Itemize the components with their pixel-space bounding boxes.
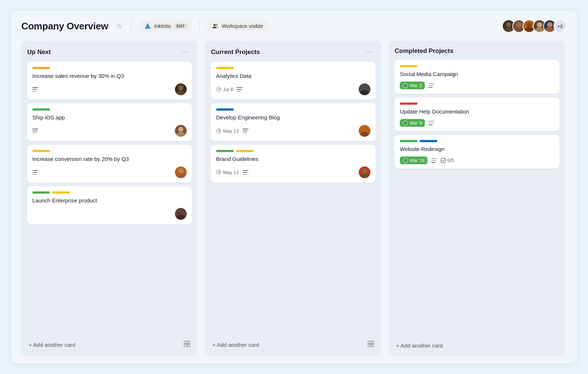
tag-blue bbox=[420, 140, 437, 142]
card-footer: Mar 2 bbox=[400, 82, 554, 89]
svg-point-6 bbox=[516, 22, 521, 27]
card-footer bbox=[32, 166, 187, 178]
card-tags bbox=[216, 67, 370, 69]
cards-list-up-next: Increase sales revenue by 30% in Q3 bbox=[27, 62, 192, 334]
add-card-completed[interactable]: + Add another card bbox=[395, 338, 559, 350]
workspace-badge[interactable]: Inktistic ENT bbox=[139, 20, 192, 32]
checkbox-icon bbox=[441, 158, 446, 163]
card-meta: Mar 9 bbox=[400, 119, 434, 127]
card-social-media[interactable]: Social Media Campaign Mar 2 bbox=[395, 60, 559, 94]
svg-rect-36 bbox=[441, 158, 445, 163]
column-current-projects: Current Projects ··· Analytics Data Jul … bbox=[205, 41, 381, 356]
svg-point-3 bbox=[216, 24, 218, 26]
date-badge-meta: Mar 9 bbox=[400, 119, 425, 127]
card-engineering-blog[interactable]: Develop Engineering Blog May 13 bbox=[211, 103, 376, 141]
card-tags bbox=[32, 150, 187, 152]
card-increase-sales[interactable]: Increase sales revenue by 30% in Q3 bbox=[27, 62, 192, 100]
card-footer bbox=[32, 125, 187, 137]
star-button[interactable]: ☆ bbox=[114, 20, 124, 32]
svg-point-21 bbox=[176, 215, 185, 220]
card-website-redesign[interactable]: Website Redesign Mar 18 bbox=[395, 135, 559, 169]
svg-rect-25 bbox=[187, 344, 190, 347]
svg-rect-23 bbox=[187, 341, 190, 344]
column-header-current: Current Projects ··· bbox=[211, 47, 376, 57]
lines-icon bbox=[431, 158, 437, 163]
svg-point-29 bbox=[360, 132, 369, 137]
visibility-label: Workspace visible bbox=[222, 23, 263, 29]
card-meta bbox=[32, 87, 38, 91]
card-tags bbox=[400, 140, 554, 142]
card-avatar bbox=[359, 83, 370, 95]
svg-point-13 bbox=[545, 27, 554, 33]
svg-point-9 bbox=[525, 27, 533, 33]
card-analytics-data[interactable]: Analytics Data Jul 8 bbox=[211, 62, 376, 100]
svg-point-4 bbox=[506, 22, 511, 27]
svg-point-16 bbox=[178, 127, 183, 132]
card-avatar bbox=[175, 208, 187, 220]
card-meta bbox=[32, 129, 38, 133]
card-launch-enterprise[interactable]: Launch Enterprise product bbox=[27, 186, 192, 224]
svg-point-31 bbox=[360, 173, 369, 178]
lines-meta bbox=[429, 121, 434, 125]
svg-rect-24 bbox=[184, 344, 187, 347]
lines-meta bbox=[429, 83, 434, 88]
tag-green bbox=[32, 108, 50, 111]
column-header-up-next: Up Next ··· bbox=[27, 47, 192, 57]
column-menu-up-next[interactable]: ··· bbox=[180, 47, 192, 57]
svg-point-15 bbox=[176, 90, 185, 95]
card-avatar bbox=[359, 166, 370, 178]
card-title: Ship iOS app bbox=[32, 114, 187, 121]
tag-yellow bbox=[32, 150, 50, 152]
cards-list-current: Analytics Data Jul 8 bbox=[211, 62, 376, 334]
column-header-completed: Completed Projects bbox=[395, 47, 559, 55]
card-footer: Mar 18 0/5 bbox=[400, 157, 554, 164]
add-card-label: + Add another card bbox=[396, 342, 443, 349]
tag-yellow bbox=[216, 67, 234, 69]
card-meta: Jul 8 bbox=[216, 87, 243, 92]
add-card-current[interactable]: + Add another card bbox=[211, 336, 376, 350]
clock-icon bbox=[216, 170, 221, 175]
lines-meta bbox=[32, 87, 38, 91]
svg-point-30 bbox=[362, 168, 367, 173]
card-brand-guidelines[interactable]: Brand Guidelines May 13 bbox=[211, 145, 376, 183]
card-title: Launch Enterprise product bbox=[32, 197, 187, 204]
column-menu-current[interactable]: ··· bbox=[363, 47, 376, 57]
clock-icon bbox=[403, 121, 408, 126]
lines-meta bbox=[32, 170, 38, 175]
card-title: Develop Engineering Blog bbox=[216, 114, 370, 121]
add-card-up-next[interactable]: + Add another card bbox=[27, 336, 192, 350]
card-meta bbox=[32, 170, 38, 175]
visibility-badge[interactable]: Workspace visible bbox=[207, 21, 268, 32]
cards-list-completed: Social Media Campaign Mar 2 bbox=[395, 60, 559, 336]
card-tags bbox=[400, 65, 554, 67]
date-meta: Jul 8 bbox=[216, 87, 233, 92]
card-tags bbox=[216, 108, 370, 111]
card-ship-ios[interactable]: Ship iOS app bbox=[27, 103, 192, 141]
lines-icon bbox=[243, 129, 248, 133]
svg-point-12 bbox=[547, 22, 552, 27]
tag-orange bbox=[32, 67, 50, 69]
card-help-docs[interactable]: Update Help Documentation Mar 9 bbox=[395, 97, 559, 131]
card-tags bbox=[400, 103, 554, 105]
tag-green bbox=[400, 140, 417, 142]
card-footer: Jul 8 bbox=[216, 83, 370, 95]
svg-point-19 bbox=[176, 173, 185, 178]
date-badge: Mar 9 bbox=[400, 119, 425, 127]
column-title-completed: Completed Projects bbox=[395, 47, 453, 55]
divider-1 bbox=[131, 21, 132, 32]
card-meta: May 13 bbox=[216, 128, 248, 134]
card-title: Increase conversion rate by 20% by Q3 bbox=[32, 155, 187, 163]
card-footer bbox=[32, 208, 187, 220]
card-title: Analytics Data bbox=[216, 72, 370, 80]
lines-meta bbox=[32, 129, 38, 133]
svg-point-7 bbox=[514, 27, 523, 33]
svg-point-26 bbox=[362, 85, 367, 90]
card-meta: Mar 18 0/5 bbox=[400, 157, 454, 164]
svg-rect-22 bbox=[184, 341, 187, 344]
column-title-current: Current Projects bbox=[211, 48, 260, 56]
card-increase-conversion[interactable]: Increase conversion rate by 20% by Q3 bbox=[27, 145, 192, 183]
lines-icon bbox=[32, 129, 38, 133]
column-up-next: Up Next ··· Increase sales revenue by 30… bbox=[21, 41, 198, 356]
ent-badge: ENT bbox=[174, 24, 187, 29]
svg-rect-33 bbox=[371, 341, 374, 344]
